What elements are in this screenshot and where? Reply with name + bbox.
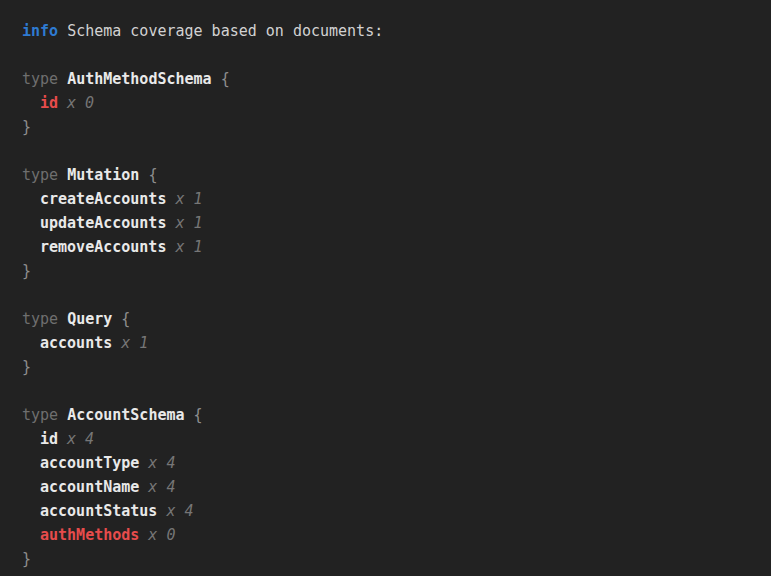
open-brace: { xyxy=(221,70,230,88)
info-line: infoSchema coverage based on documents: xyxy=(22,19,761,43)
field-usage-count: x 4 xyxy=(148,478,175,496)
field-line: removeAccountsx 1 xyxy=(22,235,761,259)
type-keyword: type xyxy=(22,310,58,328)
close-brace-line: } xyxy=(22,355,761,379)
close-brace: } xyxy=(22,118,31,136)
type-keyword: type xyxy=(22,70,58,88)
type-keyword: type xyxy=(22,406,58,424)
type-header-line: typeMutation{ xyxy=(22,163,761,187)
close-brace-line: } xyxy=(22,259,761,283)
open-brace: { xyxy=(148,166,157,184)
field-usage-count: x 1 xyxy=(175,190,202,208)
type-blocks: typeAuthMethodSchema{ idx 0 } typeMutati… xyxy=(22,67,761,571)
type-name: AuthMethodSchema xyxy=(67,70,212,88)
field-name: id xyxy=(40,94,58,112)
type-name: AccountSchema xyxy=(67,406,184,424)
field-usage-count: x 0 xyxy=(148,526,175,544)
field-lines: idx 4 accountTypex 4 accountNamex 4 acco… xyxy=(22,427,761,547)
field-usage-count: x 1 xyxy=(175,238,202,256)
field-usage-count: x 4 xyxy=(166,502,193,520)
close-brace-line: } xyxy=(22,115,761,139)
type-block: typeAccountSchema{ idx 4 accountTypex 4 … xyxy=(22,403,761,571)
field-name: accounts xyxy=(40,334,112,352)
field-name: updateAccounts xyxy=(40,214,166,232)
field-usage-count: x 1 xyxy=(121,334,148,352)
type-header-line: typeAuthMethodSchema{ xyxy=(22,67,761,91)
open-brace: { xyxy=(194,406,203,424)
field-name: createAccounts xyxy=(40,190,166,208)
field-lines: createAccountsx 1 updateAccountsx 1 remo… xyxy=(22,187,761,259)
field-line: accountTypex 4 xyxy=(22,451,761,475)
close-brace: } xyxy=(22,262,31,280)
field-line: accountsx 1 xyxy=(22,331,761,355)
type-keyword: type xyxy=(22,166,58,184)
field-name: removeAccounts xyxy=(40,238,166,256)
field-line: createAccountsx 1 xyxy=(22,187,761,211)
field-usage-count: x 4 xyxy=(148,454,175,472)
field-line: updateAccountsx 1 xyxy=(22,211,761,235)
field-usage-count: x 0 xyxy=(67,94,94,112)
field-line: accountNamex 4 xyxy=(22,475,761,499)
field-line: accountStatusx 4 xyxy=(22,499,761,523)
field-name: accountName xyxy=(40,478,139,496)
close-brace-line: } xyxy=(22,547,761,571)
field-name: authMethods xyxy=(40,526,139,544)
field-usage-count: x 4 xyxy=(67,430,94,448)
field-line: idx 0 xyxy=(22,91,761,115)
field-name: accountType xyxy=(40,454,139,472)
type-header-line: typeQuery{ xyxy=(22,307,761,331)
close-brace: } xyxy=(22,358,31,376)
type-name: Mutation xyxy=(67,166,139,184)
field-usage-count: x 1 xyxy=(175,214,202,232)
field-name: accountStatus xyxy=(40,502,157,520)
field-name: id xyxy=(40,430,58,448)
field-line: authMethodsx 0 xyxy=(22,523,761,547)
console-output: infoSchema coverage based on documents: … xyxy=(0,0,771,576)
open-brace: { xyxy=(121,310,130,328)
type-block: typeQuery{ accountsx 1 } xyxy=(22,307,761,379)
type-name: Query xyxy=(67,310,112,328)
info-label: info xyxy=(22,22,58,40)
type-header-line: typeAccountSchema{ xyxy=(22,403,761,427)
type-block: typeMutation{ createAccountsx 1 updateAc… xyxy=(22,163,761,283)
field-lines: idx 0 xyxy=(22,91,761,115)
field-line: idx 4 xyxy=(22,427,761,451)
field-lines: accountsx 1 xyxy=(22,331,761,355)
type-block: typeAuthMethodSchema{ idx 0 } xyxy=(22,67,761,139)
info-message: Schema coverage based on documents: xyxy=(67,22,383,40)
close-brace: } xyxy=(22,550,31,568)
